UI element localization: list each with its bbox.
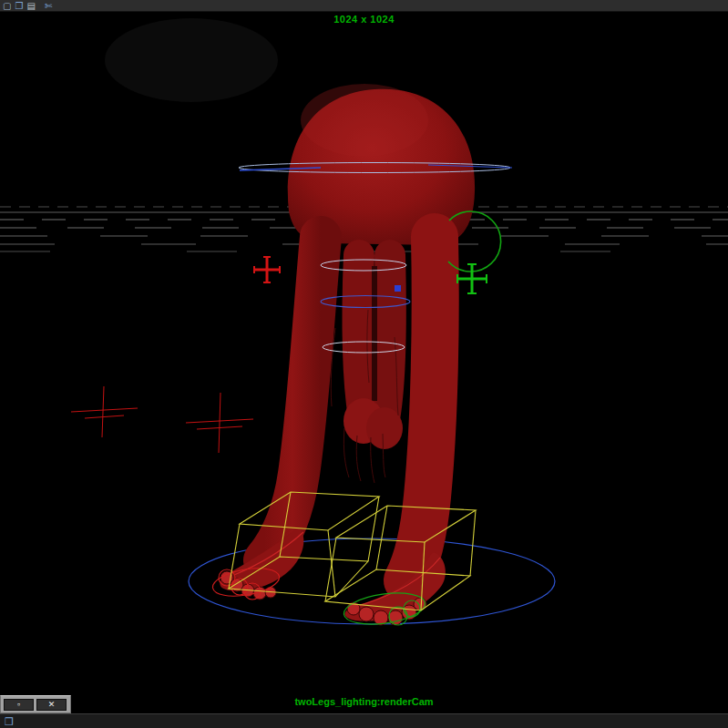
camera-label: twoLegs_lighting:renderCam — [0, 696, 728, 707]
ambient-shadow — [105, 18, 278, 102]
taskbar: ❒ — [0, 713, 728, 728]
snapshot-icon[interactable]: ❐ — [15, 1, 23, 11]
render-view-window: ▢ ❐ ▤ ✄ 1024 x 1024 twoLegs_lighting:ren… — [0, 0, 728, 728]
body-highlight — [301, 84, 428, 157]
resolution-label: 1024 x 1024 — [0, 14, 728, 25]
restore-button[interactable]: ▫ — [4, 699, 34, 711]
cut-icon[interactable]: ✄ — [45, 1, 52, 11]
window-task-icon[interactable]: ❒ — [5, 715, 14, 728]
character-inner-leg-left[interactable] — [358, 255, 364, 417]
window-controls: ▫ ✕ — [0, 695, 71, 713]
hip-lobe-right — [366, 407, 403, 449]
character-inner-leg-right[interactable] — [384, 255, 391, 424]
layout-icon[interactable]: ▤ — [26, 1, 35, 11]
window-titlebar: ▢ ❐ ▤ ✄ — [0, 0, 728, 12]
close-button[interactable]: ✕ — [36, 699, 67, 711]
curve-cv-handle[interactable] — [395, 285, 401, 292]
new-window-icon[interactable]: ▢ — [3, 1, 11, 11]
viewport-canvas[interactable] — [0, 0, 728, 728]
